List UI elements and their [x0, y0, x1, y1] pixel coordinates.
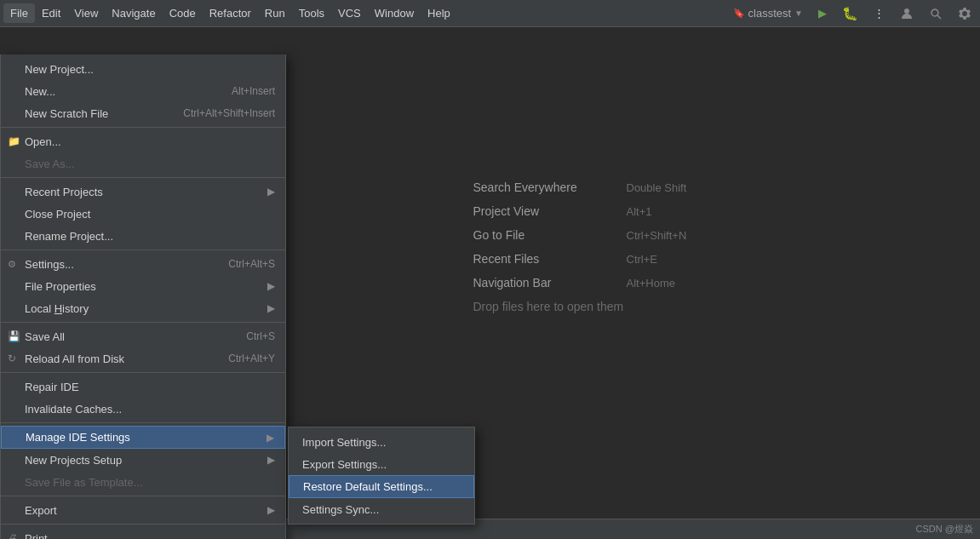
open-folder-icon: 📁 — [8, 135, 20, 147]
main-area: Search Everywhere Double Shift Project V… — [0, 27, 980, 539]
local-history-arrow: ▶ — [267, 302, 275, 314]
menu-vcs[interactable]: VCS — [331, 3, 368, 23]
submenu-restore-defaults[interactable]: Restore Default Settings... — [289, 475, 474, 498]
submenu-settings-sync[interactable]: Settings Sync... — [289, 498, 474, 520]
menu-manage-ide[interactable]: Manage IDE Settings ▶ Import Settings...… — [1, 426, 285, 449]
export-arrow: ▶ — [267, 504, 275, 516]
reload-icon: ↻ — [8, 353, 16, 364]
svg-point-1 — [931, 9, 938, 16]
hint-recent-files: Recent Files Ctrl+E — [473, 252, 687, 266]
manage-ide-arrow: ▶ — [266, 432, 274, 444]
menu-new[interactable]: New... Alt+Insert — [1, 80, 285, 102]
menu-save-file-template[interactable]: Save File as Template... — [1, 471, 285, 493]
menu-run[interactable]: Run — [258, 3, 292, 23]
separator-4 — [1, 322, 285, 323]
menu-new-project[interactable]: New Project... — [1, 58, 285, 80]
menu-file[interactable]: File — [3, 3, 35, 23]
profile-button[interactable] — [895, 3, 919, 24]
menu-settings[interactable]: ⚙ Settings... Ctrl+Alt+S — [1, 253, 285, 275]
svg-point-0 — [904, 9, 909, 14]
menu-print[interactable]: 🖨 Print... — [1, 527, 285, 539]
statusbar-watermark: CSDN @煜焱 — [916, 523, 973, 536]
submenu-import-settings[interactable]: Import Settings... — [289, 431, 474, 453]
search-everywhere-button[interactable] — [924, 3, 948, 24]
submenu-export-settings[interactable]: Export Settings... — [289, 453, 474, 475]
settings-icon: ⚙ — [8, 259, 16, 270]
save-icon: 💾 — [8, 330, 20, 342]
menu-view[interactable]: View — [67, 3, 105, 23]
separator-6 — [1, 422, 285, 423]
separator-1 — [1, 127, 285, 128]
settings-button[interactable] — [953, 3, 977, 24]
drop-files-hint: Drop files here to open them — [473, 300, 687, 313]
menu-refactor[interactable]: Refactor — [203, 3, 258, 23]
menu-export[interactable]: Export ▶ — [1, 499, 285, 521]
menu-new-projects-setup[interactable]: New Projects Setup ▶ — [1, 449, 285, 471]
menubar-right: 🔖 classtest ▼ ▶ 🐛 ⋮ — [728, 3, 977, 25]
separator-3 — [1, 249, 285, 250]
menu-new-scratch[interactable]: New Scratch File Ctrl+Alt+Shift+Insert — [1, 102, 285, 124]
menu-edit[interactable]: Edit — [35, 3, 67, 23]
separator-7 — [1, 496, 285, 496]
menu-window[interactable]: Window — [368, 3, 421, 23]
menu-save-as[interactable]: Save As... — [1, 152, 285, 175]
menubar: File Edit View Navigate Code Refactor Ru… — [0, 0, 980, 27]
run-button[interactable]: ▶ — [813, 3, 832, 23]
file-properties-arrow: ▶ — [267, 280, 275, 292]
recent-projects-arrow: ▶ — [267, 186, 275, 198]
svg-line-2 — [937, 15, 941, 19]
menu-tools[interactable]: Tools — [292, 3, 331, 23]
separator-5 — [1, 372, 285, 373]
menu-open[interactable]: 📁 Open... — [1, 130, 285, 152]
menu-close-project[interactable]: Close Project — [1, 203, 285, 225]
center-hints: Search Everywhere Double Shift Project V… — [473, 181, 687, 313]
menu-rename-project[interactable]: Rename Project... — [1, 225, 285, 247]
menu-help[interactable]: Help — [421, 3, 457, 23]
menu-repair-ide[interactable]: Repair IDE — [1, 376, 285, 398]
project-name[interactable]: 🔖 classtest ▼ — [728, 3, 808, 23]
file-dropdown: New Project... New... Alt+Insert New Scr… — [0, 54, 286, 539]
menu-recent-projects[interactable]: Recent Projects ▶ — [1, 181, 285, 203]
new-projects-arrow: ▶ — [267, 454, 275, 466]
menu-code[interactable]: Code — [163, 3, 203, 23]
manage-ide-submenu: Import Settings... Export Settings... Re… — [288, 427, 475, 525]
debug-button[interactable]: 🐛 — [837, 3, 863, 25]
separator-8 — [1, 524, 285, 525]
hint-navbar: Navigation Bar Alt+Home — [473, 276, 687, 290]
menu-invalidate[interactable]: Invalidate Caches... — [1, 398, 285, 420]
print-icon: 🖨 — [8, 532, 18, 539]
separator-2 — [1, 177, 285, 178]
menu-file-properties[interactable]: File Properties ▶ — [1, 275, 285, 297]
menu-save-all[interactable]: 💾 Save All Ctrl+S — [1, 325, 285, 347]
hint-project-view: Project View Alt+1 — [473, 204, 687, 218]
menu-local-history[interactable]: Local History ▶ — [1, 297, 285, 319]
more-button[interactable]: ⋮ — [868, 3, 890, 23]
hint-search: Search Everywhere Double Shift — [473, 181, 687, 194]
hint-goto-file: Go to File Ctrl+Shift+N — [473, 228, 687, 242]
menu-navigate[interactable]: Navigate — [105, 3, 162, 23]
menu-reload-disk[interactable]: ↻ Reload All from Disk Ctrl+Alt+Y — [1, 347, 285, 370]
